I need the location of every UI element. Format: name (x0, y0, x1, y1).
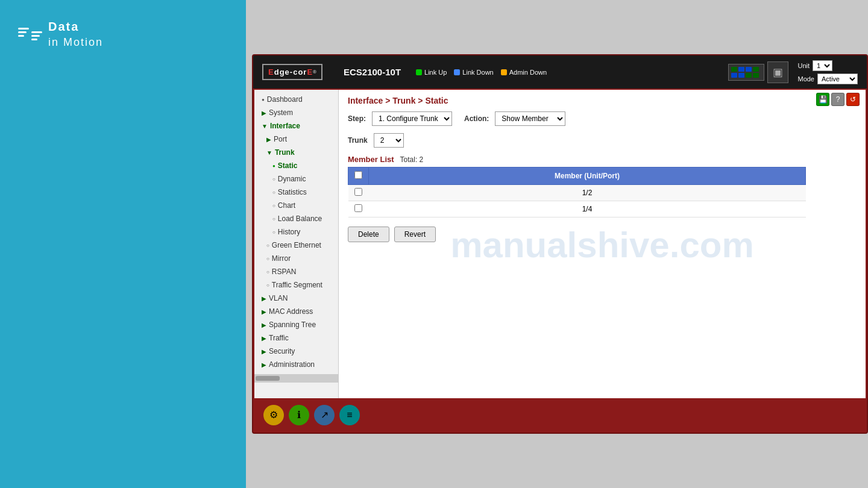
select-all-checkbox[interactable] (354, 171, 362, 179)
delete-button[interactable]: Delete (348, 227, 389, 242)
unit-row: Unit 1 (797, 60, 858, 71)
logo-area: Data in Motion (0, 0, 246, 68)
row-port-2: 1/4 (369, 201, 806, 217)
logo-c: c (293, 67, 297, 77)
sidebar-item-traffic[interactable]: ▶ Traffic (254, 331, 338, 345)
sidebar-item-statistics[interactable]: ○ Statistics (254, 186, 338, 199)
mode-row: Mode Active Standby (797, 74, 858, 84)
trunk-label: Trunk (348, 136, 368, 145)
sidebar-item-loadbalance[interactable]: ○ Load Balance (254, 212, 338, 225)
col-member: Member (Unit/Port) (369, 167, 806, 185)
sidebar-item-label: Load Balance (278, 214, 322, 223)
sidebar-item-trunk[interactable]: ▼ Trunk (254, 146, 338, 159)
action-select[interactable]: Show Member Add Member Delete Member (495, 111, 565, 126)
sidebar-item-port[interactable]: ▶ Port (254, 133, 338, 146)
arrow-icon: ▶ (262, 335, 266, 342)
header-bar: E d g e - c o r E ® ECS2100-10T Link Up (253, 55, 867, 89)
logo-tm: ® (313, 69, 316, 75)
label-admindown: Admin Down (509, 69, 547, 76)
step-row: Step: 1. Configure Trunk 2. Add Member A… (348, 111, 857, 126)
main-area: E d g e - c o r E ® ECS2100-10T Link Up (246, 0, 868, 488)
dot-admindown (501, 69, 507, 75)
arrow-icon: ▶ (266, 136, 271, 143)
left-panel: Data in Motion (0, 0, 246, 488)
help-button[interactable]: ? (831, 93, 844, 106)
unit-select[interactable]: 1 (813, 60, 832, 71)
step-label: Step: (348, 114, 366, 123)
member-list-header: Member List Total: 2 (348, 155, 857, 164)
unit-label: Unit (797, 62, 810, 69)
row-checkbox-cell (348, 185, 369, 201)
arrow-icon: ▶ (262, 322, 266, 328)
sidebar-item-label: Spanning Tree (269, 321, 316, 329)
sidebar-item-macaddress[interactable]: ▶ MAC Address (254, 305, 338, 318)
sidebar-item-vlan[interactable]: ▶ VLAN (254, 292, 338, 305)
sidebar-item-static[interactable]: ● Static (254, 159, 338, 172)
sidebar-item-trafficsegment[interactable]: ○ Traffic Segment (254, 278, 338, 292)
logo-g: g (280, 67, 285, 77)
bullet-icon: ○ (266, 283, 269, 288)
port-5 (731, 73, 737, 78)
footer-bar: ⚙ ℹ ↗ ≡ (254, 398, 866, 431)
row-checkbox-1[interactable] (354, 188, 362, 196)
sidebar-item-label: VLAN (269, 294, 288, 302)
footer-settings-icon[interactable]: ⚙ (263, 405, 284, 425)
port-grid (728, 64, 764, 81)
logo-d: d (274, 67, 279, 77)
sidebar-item-label: Trunk (275, 148, 295, 157)
arrow-icon: ▶ (262, 308, 266, 315)
toolbar-icons: 💾 ? ↺ (816, 93, 860, 106)
sidebar-item-label: System (269, 108, 293, 117)
sidebar-item-chart[interactable]: ○ Chart (254, 199, 338, 212)
status-indicators: Link Up Link Down Admin Down (416, 69, 547, 76)
port-8 (753, 73, 759, 78)
sidebar-item-label: Dynamic (278, 175, 306, 183)
bullet-icon: ○ (272, 230, 275, 235)
logo-waves (18, 28, 42, 40)
app-frame: E d g e - c o r E ® ECS2100-10T Link Up (252, 54, 868, 434)
arrow-icon: ▶ (262, 110, 266, 116)
arrow-icon: ▶ (262, 361, 266, 368)
sidebar-item-label: RSPAN (272, 267, 296, 276)
sidebar-item-history[interactable]: ○ History (254, 225, 338, 239)
sidebar-item-greenethernet[interactable]: ○ Green Ethernet (254, 239, 338, 252)
sidebar-item-mirror[interactable]: ○ Mirror (254, 252, 338, 265)
sidebar-item-dynamic[interactable]: ○ Dynamic (254, 172, 338, 186)
arrow-icon: ▶ (262, 295, 266, 302)
sidebar-item-label: Mirror (272, 254, 291, 263)
save-button[interactable]: 💾 (816, 93, 829, 106)
bullet-icon: ○ (272, 216, 275, 222)
dot-linkup (416, 69, 422, 75)
sidebar-item-security[interactable]: ▶ Security (254, 345, 338, 358)
sidebar-item-administration[interactable]: ▶ Administration (254, 358, 338, 371)
sidebar-item-system[interactable]: ▶ System (254, 106, 338, 119)
sidebar-item-interface[interactable]: ▼ Interface (254, 119, 338, 133)
arrow-icon: ▶ (262, 348, 266, 355)
revert-button[interactable]: Revert (394, 227, 436, 242)
footer-info-icon[interactable]: ℹ (289, 405, 309, 425)
step-select[interactable]: 1. Configure Trunk 2. Add Member (372, 111, 452, 126)
logo-o: o (298, 67, 303, 77)
logo-r: r (303, 67, 306, 77)
footer-menu-icon[interactable]: ≡ (339, 405, 360, 425)
row-checkbox-2[interactable] (354, 204, 362, 212)
sidebar-item-label: Dashboard (267, 95, 303, 104)
bullet-icon: ○ (266, 256, 269, 261)
sidebar-item-spanningtree[interactable]: ▶ Spanning Tree (254, 318, 338, 331)
sidebar-item-rspan[interactable]: ○ RSPAN (254, 265, 338, 278)
status-linkup: Link Up (416, 69, 447, 76)
row-port-1: 1/2 (369, 185, 806, 201)
mode-label: Mode (797, 75, 814, 83)
bullet-icon: ○ (272, 203, 275, 208)
footer-link-icon[interactable]: ↗ (314, 405, 335, 425)
refresh-button[interactable]: ↺ (846, 93, 860, 106)
label-linkdown: Link Down (462, 69, 493, 76)
status-linkdown: Link Down (454, 69, 493, 76)
mode-select[interactable]: Active Standby (817, 74, 858, 84)
sidebar-item-dashboard[interactable]: ● Dashboard (254, 93, 338, 106)
port-6 (738, 73, 744, 78)
trunk-select[interactable]: 1 2 3 4 (374, 133, 404, 148)
port-3 (746, 67, 752, 72)
sidebar-item-label: History (278, 228, 300, 236)
button-row: Delete Revert (348, 227, 857, 242)
